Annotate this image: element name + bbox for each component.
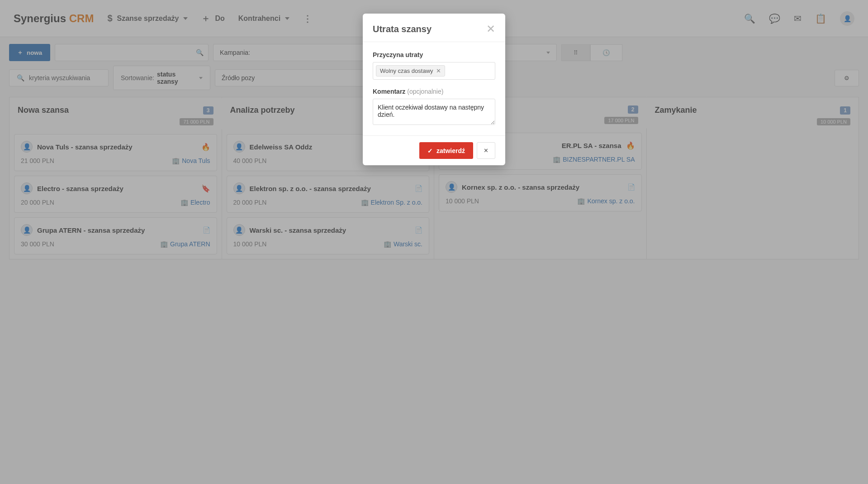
check-icon: ✓ [427, 147, 433, 154]
comment-label: Komentarz (opcjonalnie) [373, 88, 495, 95]
comment-label-text: Komentarz [373, 88, 405, 95]
reason-label: Przyczyna utraty [373, 51, 495, 58]
modal-overlay: Utrata szansy ✕ Przyczyna utraty Wolny c… [0, 0, 868, 268]
close-button[interactable]: ✕ [486, 23, 495, 35]
comment-optional: (opcjonalnie) [407, 88, 443, 95]
reason-input[interactable]: Wolny czas dostawy ✕ [373, 62, 495, 80]
modal-footer: ✓ zatwierdź ✕ [363, 135, 505, 165]
close-icon: ✕ [484, 147, 489, 154]
remove-tag-button[interactable]: ✕ [436, 67, 441, 74]
modal-header: Utrata szansy ✕ [363, 14, 505, 42]
comment-textarea[interactable] [373, 99, 495, 125]
reason-tag: Wolny czas dostawy ✕ [376, 65, 445, 77]
confirm-button[interactable]: ✓ zatwierdź [419, 142, 473, 159]
reason-tag-label: Wolny czas dostawy [380, 67, 433, 74]
loss-reason-modal: Utrata szansy ✕ Przyczyna utraty Wolny c… [363, 14, 505, 165]
close-icon: ✕ [486, 23, 495, 35]
modal-body: Przyczyna utraty Wolny czas dostawy ✕ Ko… [363, 42, 505, 135]
modal-title: Utrata szansy [373, 24, 432, 34]
confirm-button-label: zatwierdź [436, 147, 465, 154]
cancel-button[interactable]: ✕ [477, 142, 495, 159]
